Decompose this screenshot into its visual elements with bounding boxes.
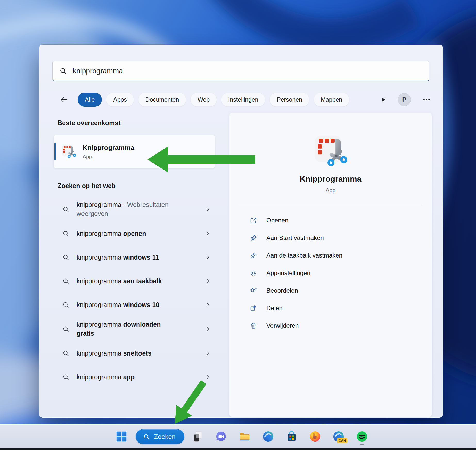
tab-web[interactable]: Web	[190, 93, 217, 107]
tab-mappen[interactable]: Mappen	[314, 93, 349, 107]
web-suggestion-row[interactable]: knipprogramma openen	[54, 222, 215, 245]
taskbar-file-explorer[interactable]	[238, 430, 251, 443]
trash-icon	[250, 322, 257, 330]
best-match-result[interactable]: Knipprogramma App	[54, 135, 215, 168]
action-label: Aan de taakbalk vastmaken	[266, 252, 342, 259]
more-options-button[interactable]	[422, 95, 431, 104]
chevron-right-icon	[204, 206, 211, 212]
web-suggestion-row[interactable]: knipprogramma - Webresultaten weergeven	[54, 198, 215, 221]
taskbar: Zoeken	[0, 424, 476, 448]
windows-desktop: { "search_panel": { "search": { "value":…	[0, 0, 476, 450]
web-suggestion-row[interactable]: knipprogramma windows 10	[54, 294, 215, 316]
back-button[interactable]	[60, 94, 70, 105]
suggestion-fill-button[interactable]	[204, 230, 211, 237]
search-icon	[62, 301, 69, 308]
web-search-heading: Zoeken op het web	[58, 182, 116, 190]
tab-personen[interactable]: Personen	[269, 93, 309, 107]
taskbar-photos-app[interactable]	[191, 430, 204, 443]
chevron-right-icon	[204, 278, 211, 284]
preview-action-list: Openen Aan Start vastmaken Aan de taakba…	[229, 205, 432, 334]
action-beoordelen[interactable]: Beoordelen	[250, 282, 424, 299]
action-label: Beoordelen	[266, 287, 298, 294]
avatar[interactable]: P	[398, 93, 411, 106]
web-suggestion-row[interactable]: knipprogramma downloaden gratis	[54, 317, 215, 341]
canary-badge: CAN	[337, 438, 347, 443]
suggestion-fill-button[interactable]	[204, 350, 211, 356]
play-icon	[380, 97, 387, 103]
action-app-instellingen[interactable]: App-instellingen	[250, 264, 424, 282]
web-suggestion-row[interactable]: knipprogramma app	[54, 366, 215, 388]
arrow-left-icon	[60, 95, 68, 104]
search-icon	[62, 374, 69, 381]
suggestion-text: knipprogramma app	[77, 373, 135, 382]
suggestion-fill-button[interactable]	[204, 206, 211, 212]
folder-icon	[239, 431, 251, 443]
action-aan-start-vastmaken[interactable]: Aan Start vastmaken	[250, 229, 424, 247]
suggestion-text: knipprogramma sneltoets	[77, 349, 151, 358]
suggestion-text: knipprogramma windows 10	[77, 300, 159, 309]
search-icon	[62, 350, 69, 357]
search-icon	[62, 278, 69, 285]
action-label: Aan Start vastmaken	[266, 234, 324, 242]
search-icon	[62, 230, 69, 237]
suggestion-fill-button[interactable]	[204, 254, 211, 260]
ellipsis-icon	[422, 95, 431, 104]
tabs-overflow-button[interactable]	[380, 97, 387, 103]
best-match-subtitle: App	[83, 154, 134, 160]
search-box[interactable]	[52, 61, 429, 81]
suggestion-text: knipprogramma downloaden gratis	[77, 320, 170, 338]
action-delen[interactable]: Delen	[250, 299, 424, 317]
web-suggestion-row[interactable]: knipprogramma sneltoets	[54, 342, 215, 364]
taskbar-firefox[interactable]	[309, 430, 322, 443]
suggestion-fill-button[interactable]	[204, 278, 211, 284]
tab-apps[interactable]: Apps	[106, 93, 134, 107]
suggestion-text: knipprogramma - Webresultaten weergeven	[77, 200, 170, 218]
tabs-trailing-group: P	[380, 93, 431, 106]
taskbar-chat[interactable]	[215, 430, 228, 443]
snipping-tool-icon	[61, 144, 76, 159]
chevron-right-icon	[204, 230, 211, 237]
screen-bottom-edge	[0, 448, 476, 450]
taskbar-start[interactable]	[115, 430, 128, 443]
search-icon	[62, 326, 69, 333]
share-icon	[250, 304, 257, 312]
taskbar-search-button[interactable]: Zoeken	[136, 429, 184, 444]
search-filter-tabs: AlleAppsDocumentenWebInstellingenPersone…	[52, 92, 431, 107]
action-openen[interactable]: Openen	[250, 212, 424, 229]
tab-documenten[interactable]: Documenten	[138, 93, 186, 107]
pin-icon	[250, 234, 257, 242]
tab-alle[interactable]: Alle	[78, 93, 102, 107]
suggestion-fill-button[interactable]	[204, 326, 211, 332]
search-icon	[62, 254, 69, 261]
search-icon	[62, 206, 69, 213]
tab-list: AlleAppsDocumentenWebInstellingenPersone…	[78, 93, 349, 107]
suggestion-fill-button[interactable]	[204, 302, 211, 308]
taskbar-microsoft-store[interactable]	[285, 430, 298, 443]
search-flyout-panel: AlleAppsDocumentenWebInstellingenPersone…	[39, 45, 443, 418]
suggestion-fill-button[interactable]	[204, 374, 211, 380]
gear-icon	[250, 269, 257, 277]
taskbar-edge[interactable]	[262, 430, 275, 443]
tab-instellingen[interactable]: Instellingen	[221, 93, 265, 107]
action-verwijderen[interactable]: Verwijderen	[250, 317, 424, 334]
rate-star-icon	[250, 287, 257, 294]
taskbar-spotify[interactable]	[356, 430, 368, 443]
suggestion-text: knipprogramma aan taakbalk	[77, 277, 162, 286]
web-suggestion-row[interactable]: knipprogramma windows 11	[54, 246, 215, 268]
chevron-right-icon	[204, 254, 211, 260]
chevron-right-icon	[204, 326, 211, 332]
action-aan-de-taakbalk-vastmaken[interactable]: Aan de taakbalk vastmaken	[250, 247, 424, 264]
action-label: Delen	[266, 304, 283, 312]
suggestion-text: knipprogramma openen	[77, 229, 146, 238]
action-label: Openen	[266, 217, 288, 224]
search-input[interactable]	[73, 67, 422, 75]
web-suggestion-row[interactable]: knipprogramma aan taakbalk	[54, 270, 215, 292]
search-icon	[143, 433, 150, 440]
taskbar-edge-canary[interactable]: CAN	[332, 430, 345, 443]
suggestion-text: knipprogramma windows 11	[77, 253, 159, 262]
taskbar-search-label: Zoeken	[154, 433, 175, 440]
store-bag-icon	[286, 431, 298, 443]
overlapping-windows-icon	[192, 431, 204, 443]
spotify-icon	[356, 431, 368, 443]
search-icon	[59, 67, 67, 75]
